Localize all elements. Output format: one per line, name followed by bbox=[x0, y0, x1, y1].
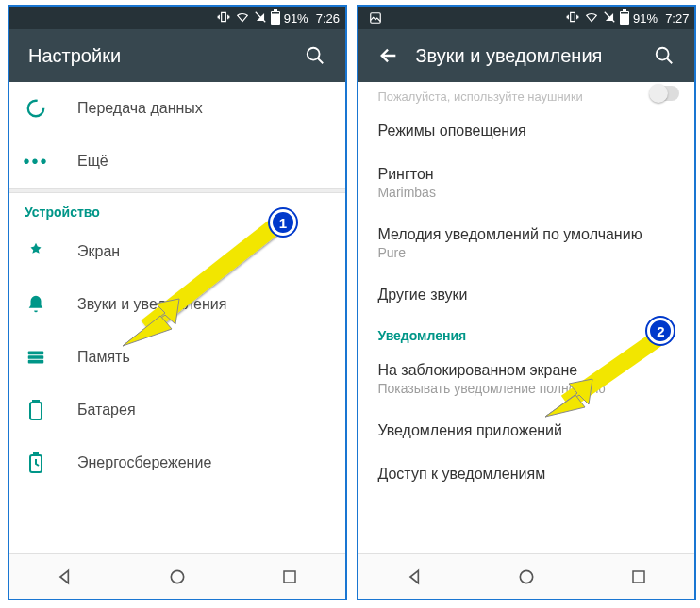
sound-list: Пожалуйста, используйте наушники Режимы … bbox=[358, 82, 694, 553]
row-value: Marimbas bbox=[377, 185, 675, 200]
up-button[interactable] bbox=[370, 37, 408, 74]
screenshot-icon bbox=[368, 10, 383, 25]
svg-line-5 bbox=[318, 58, 324, 64]
no-sim-icon bbox=[254, 10, 267, 26]
row-memory[interactable]: Память bbox=[9, 331, 345, 384]
row-value: Показывать уведомление полностью bbox=[377, 381, 675, 396]
svg-rect-11 bbox=[33, 400, 39, 403]
clock: 7:27 bbox=[665, 11, 689, 25]
switch-disabled bbox=[651, 86, 679, 101]
headphones-hint: Пожалуйста, используйте наушники bbox=[358, 82, 694, 109]
navigation-bar bbox=[358, 553, 694, 599]
battery-percent: 91% bbox=[633, 11, 658, 25]
row-default-notif-sound[interactable]: Мелодия уведомлений по умолчанию Pure bbox=[358, 213, 694, 273]
row-label: Память bbox=[77, 349, 330, 366]
status-bar: 91% 7:26 bbox=[9, 7, 345, 29]
search-icon bbox=[305, 45, 325, 66]
svg-rect-8 bbox=[28, 355, 44, 359]
settings-list: Передача данных ••• Ещё Устройство Экран… bbox=[9, 82, 345, 553]
recents-button[interactable] bbox=[627, 566, 650, 588]
status-bar: 91% 7:27 bbox=[358, 7, 694, 29]
display-icon bbox=[25, 240, 47, 263]
data-usage-icon bbox=[25, 97, 47, 120]
row-label: Ещё bbox=[77, 153, 330, 170]
power-saving-icon bbox=[25, 452, 47, 474]
row-label: Другие звуки bbox=[377, 287, 675, 304]
arrow-back-icon bbox=[378, 45, 399, 66]
svg-point-4 bbox=[308, 48, 320, 60]
recents-button[interactable] bbox=[278, 566, 301, 588]
row-alert-modes[interactable]: Режимы оповещения bbox=[358, 109, 694, 153]
svg-point-14 bbox=[171, 570, 183, 583]
app-bar: Настройки bbox=[9, 29, 345, 82]
svg-rect-19 bbox=[623, 9, 626, 11]
page-title: Звуки и уведомления bbox=[415, 45, 645, 67]
row-notification-access[interactable]: Доступ к уведомлениям bbox=[358, 452, 694, 496]
back-button[interactable] bbox=[404, 566, 426, 588]
more-icon: ••• bbox=[25, 150, 47, 173]
clock: 7:26 bbox=[316, 11, 340, 25]
wifi-icon bbox=[584, 10, 599, 26]
row-label: Звуки и уведомления bbox=[77, 296, 330, 313]
battery-icon bbox=[271, 9, 280, 27]
row-value: Pure bbox=[377, 245, 675, 260]
screenshot-settings: 91% 7:26 Настройки Передача данных ••• Е… bbox=[8, 5, 347, 600]
vibrate-icon bbox=[565, 10, 580, 26]
svg-rect-7 bbox=[28, 352, 44, 355]
svg-rect-9 bbox=[28, 360, 44, 364]
battery-percent: 91% bbox=[284, 11, 308, 25]
back-button[interactable] bbox=[54, 566, 76, 588]
row-battery[interactable]: Батарея bbox=[9, 384, 345, 436]
storage-icon bbox=[25, 346, 47, 369]
row-label: Батарея bbox=[77, 402, 330, 419]
row-label: Рингтон bbox=[377, 166, 675, 183]
bell-icon bbox=[25, 293, 47, 316]
row-display[interactable]: Экран bbox=[9, 225, 345, 278]
svg-rect-15 bbox=[284, 571, 295, 583]
svg-point-23 bbox=[521, 570, 533, 583]
home-button[interactable] bbox=[166, 566, 189, 588]
app-bar: Звуки и уведомления bbox=[358, 29, 694, 82]
row-label: Режимы оповещения bbox=[377, 123, 675, 140]
row-power-saving[interactable]: Энергосбережение bbox=[9, 436, 345, 489]
row-app-notifications[interactable]: Уведомления приложений bbox=[358, 409, 694, 452]
vibrate-icon bbox=[216, 10, 231, 26]
row-more[interactable]: ••• Ещё bbox=[9, 135, 345, 188]
row-label: На заблокированном экране bbox=[377, 362, 675, 379]
search-button[interactable] bbox=[645, 37, 683, 74]
row-other-sounds[interactable]: Другие звуки bbox=[358, 273, 694, 317]
svg-rect-10 bbox=[30, 403, 42, 419]
row-label: Мелодия уведомлений по умолчанию bbox=[377, 226, 675, 243]
row-ringtone[interactable]: Рингтон Marimbas bbox=[358, 153, 694, 213]
navigation-bar bbox=[9, 553, 345, 599]
row-label: Передача данных bbox=[77, 100, 330, 117]
home-button[interactable] bbox=[515, 566, 538, 588]
svg-rect-20 bbox=[621, 12, 628, 14]
search-icon bbox=[654, 45, 675, 66]
search-button[interactable] bbox=[296, 37, 334, 74]
svg-line-22 bbox=[667, 58, 673, 64]
wifi-icon bbox=[235, 10, 250, 26]
battery-icon bbox=[620, 9, 629, 27]
svg-rect-24 bbox=[633, 571, 644, 583]
row-label: Энергосбережение bbox=[77, 454, 330, 471]
no-sim-icon bbox=[603, 10, 616, 26]
svg-point-6 bbox=[28, 101, 44, 117]
svg-rect-2 bbox=[274, 9, 277, 11]
svg-rect-13 bbox=[33, 452, 39, 455]
svg-point-21 bbox=[657, 48, 669, 60]
row-lock-screen[interactable]: На заблокированном экране Показывать уве… bbox=[358, 349, 694, 409]
battery-row-icon bbox=[25, 399, 47, 421]
svg-rect-3 bbox=[272, 12, 279, 14]
screenshot-sound-settings: 91% 7:27 Звуки и уведомления Пожалуйста,… bbox=[357, 5, 696, 600]
row-label: Экран bbox=[77, 243, 330, 260]
row-data-usage[interactable]: Передача данных bbox=[9, 82, 345, 135]
annotation-marker-1: 1 bbox=[270, 209, 296, 236]
page-title: Настройки bbox=[28, 45, 296, 67]
row-sound[interactable]: Звуки и уведомления bbox=[9, 278, 345, 331]
row-label: Доступ к уведомлениям bbox=[377, 466, 675, 483]
row-label: Уведомления приложений bbox=[377, 422, 675, 439]
section-notifications: Уведомления bbox=[358, 317, 694, 349]
